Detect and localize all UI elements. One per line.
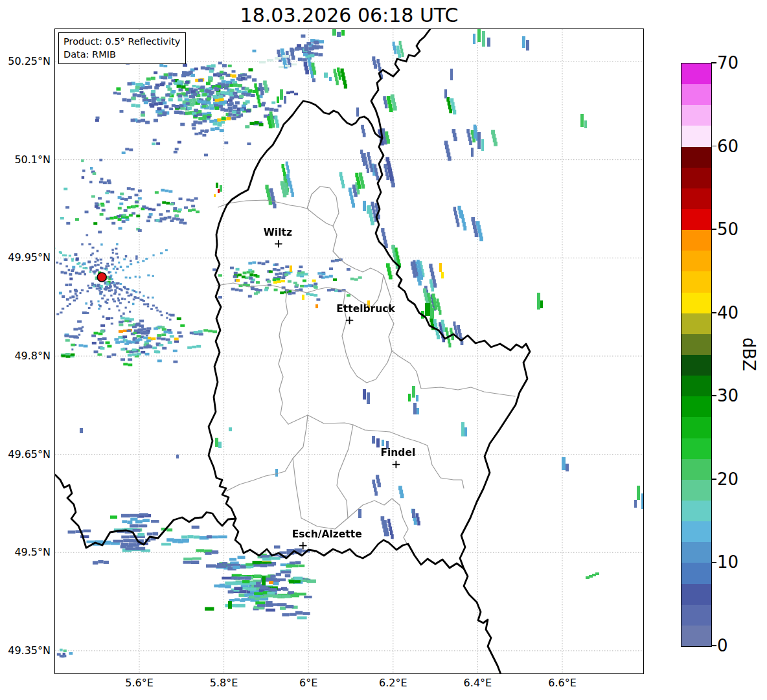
colorbar-segment — [681, 521, 711, 542]
colorbar-segment — [681, 417, 711, 438]
colorbar-tick-mark — [711, 479, 716, 480]
radar-figure: 18.03.2026 06:18 UTC Product: 0.5° Refle… — [0, 0, 767, 700]
colorbar-segment — [681, 396, 711, 417]
colorbar-tick-label: 0 — [717, 637, 728, 655]
colorbar-segment — [681, 459, 711, 480]
colorbar-segment — [681, 271, 711, 292]
colorbar-tick-mark — [711, 146, 716, 147]
colorbar-segment — [681, 293, 711, 313]
colorbar-segment — [681, 230, 711, 251]
colorbar-label: dBZ — [739, 337, 759, 371]
colorbar-tick-mark — [711, 562, 716, 563]
colorbar-segment — [681, 126, 711, 146]
colorbar-tick-label: 50 — [717, 220, 738, 238]
colorbar-segment — [681, 584, 711, 605]
data-source-line: Data: RMIB — [63, 48, 180, 61]
x-tick-label: 6.2°E — [364, 677, 422, 689]
product-annotation-box: Product: 0.5° Reflectivity Data: RMIB — [58, 32, 186, 64]
product-line: Product: 0.5° Reflectivity — [63, 35, 180, 48]
colorbar-segment — [681, 480, 711, 501]
colorbar-tick-label: 20 — [717, 470, 738, 488]
map-plot-area: Product: 0.5° Reflectivity Data: RMIB Wi… — [54, 28, 644, 674]
x-tick-label: 5.8°E — [195, 677, 253, 689]
colorbar-segment — [681, 84, 711, 105]
city-label-wiltz: Wiltz — [264, 227, 292, 238]
colorbar-segment — [681, 313, 711, 334]
colorbar-segment — [681, 438, 711, 459]
colorbar-segment — [681, 105, 711, 126]
x-tick-label: 6.4°E — [448, 677, 507, 689]
y-tick-label: 50.1°N — [0, 154, 51, 166]
colorbar-segment — [681, 355, 711, 376]
colorbar-tick-mark — [711, 62, 716, 63]
city-label-esch-alzette: Esch/Alzette — [292, 528, 362, 540]
colorbar-segment — [681, 168, 711, 188]
y-tick-label: 49.95°N — [0, 252, 51, 264]
x-tick-label: 5.6°E — [110, 677, 168, 689]
colorbar-tick-mark — [711, 395, 716, 396]
city-label-findel: Findel — [380, 447, 415, 458]
y-tick-label: 50.25°N — [0, 56, 51, 67]
colorbar-segment — [681, 63, 711, 84]
x-tick-label: 6°E — [279, 677, 338, 689]
city-label-ettelbruck: Ettelbruck — [336, 303, 395, 315]
y-tick-label: 49.5°N — [0, 547, 51, 558]
map-canvas — [55, 29, 643, 673]
colorbar-tick-label: 70 — [717, 54, 738, 72]
y-tick-label: 49.8°N — [0, 350, 51, 362]
y-tick-label: 49.65°N — [0, 449, 51, 460]
colorbar-segment — [681, 501, 711, 521]
colorbar-segment — [681, 251, 711, 271]
colorbar-segment — [681, 626, 711, 646]
colorbar-tick-label: 10 — [717, 553, 738, 571]
colorbar-gradient — [681, 63, 712, 647]
colorbar-tick-label: 40 — [717, 304, 738, 322]
colorbar-tick-mark — [711, 229, 716, 230]
colorbar-segment — [681, 376, 711, 396]
x-tick-label: 6.6°E — [533, 677, 591, 689]
colorbar-segment — [681, 334, 711, 355]
colorbar-segment — [681, 542, 711, 563]
colorbar-tick-label: 30 — [717, 387, 738, 405]
plot-title: 18.03.2026 06:18 UTC — [55, 5, 643, 27]
colorbar-segment — [681, 605, 711, 626]
y-tick-label: 49.35°N — [0, 645, 51, 657]
colorbar-segment — [681, 147, 711, 168]
colorbar-tick-mark — [711, 645, 716, 646]
colorbar-segment — [681, 563, 711, 583]
colorbar-tick-label: 60 — [717, 137, 738, 155]
colorbar-segment — [681, 209, 711, 230]
colorbar-segment — [681, 188, 711, 209]
colorbar-tick-mark — [711, 312, 716, 313]
